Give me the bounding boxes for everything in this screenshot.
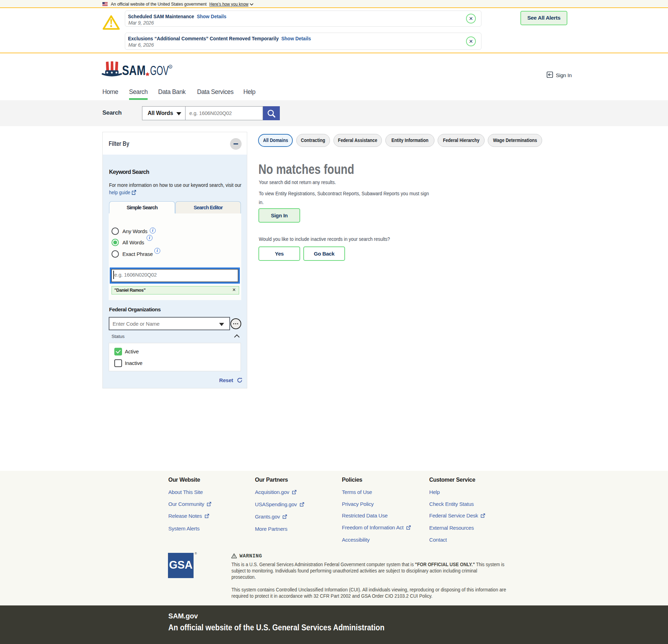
svg-text:GOV: GOV [150,63,169,78]
svg-text:SAM: SAM [122,63,146,78]
svg-text:R: R [170,66,171,68]
